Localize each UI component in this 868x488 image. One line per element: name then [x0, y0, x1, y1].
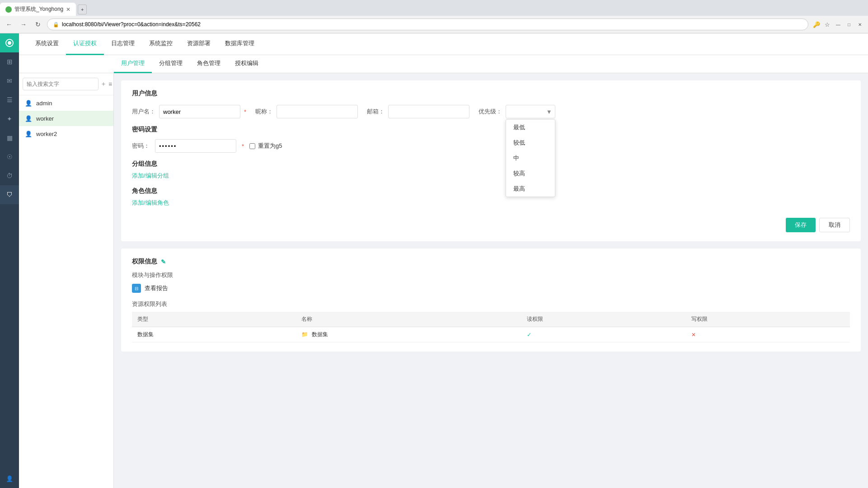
priority-option-highest[interactable]: 最高	[506, 181, 555, 197]
email-input[interactable]	[388, 105, 469, 118]
refresh-button[interactable]: ↻	[33, 19, 43, 30]
sidebar-item-alerts[interactable]: ☉	[0, 147, 19, 166]
save-button[interactable]: 保存	[786, 218, 816, 232]
forward-button[interactable]: →	[18, 19, 29, 30]
password-label: 密码：	[132, 142, 150, 150]
user-name-worker2: worker2	[36, 131, 57, 137]
view-report-label: 查看报告	[145, 284, 168, 292]
main-content: 系统设置 认证授权 日志管理 系统监控 资源部署 数据库管理 用户管理 分组管理…	[19, 33, 868, 488]
user-name-worker: worker	[36, 115, 54, 122]
top-nav-auth[interactable]: 认证授权	[66, 33, 104, 55]
close-tab-button[interactable]: ✕	[66, 6, 70, 13]
sidebar-item-reports[interactable]: ☰	[0, 90, 19, 109]
perm-section-title: 权限信息 ✎	[132, 258, 850, 266]
user-info-title: 用户信息	[132, 89, 850, 98]
logo-icon	[4, 38, 15, 48]
new-tab-button[interactable]: +	[78, 5, 87, 14]
address-bar[interactable]: 🔒	[47, 19, 808, 30]
nickname-input[interactable]	[277, 105, 358, 118]
add-group-link[interactable]: 添加/编辑分组	[132, 172, 169, 179]
window-close-button[interactable]: ✕	[855, 20, 864, 29]
folder-icon: 📁	[301, 331, 308, 338]
reset-checkbox-input[interactable]	[249, 143, 255, 149]
priority-select-wrapper: ▼ 最低 较低 中 较高 最高	[506, 105, 555, 118]
sidebar-item-chart[interactable]: ▦	[0, 128, 19, 147]
url-input[interactable]	[62, 21, 802, 28]
browser-tab[interactable]: 管理系统_Yonghong ✕	[0, 3, 76, 16]
col-name: 名称	[296, 312, 521, 327]
back-button[interactable]: ←	[4, 19, 14, 30]
group-section-title: 分组信息	[132, 160, 850, 168]
sidebar-item-tools[interactable]: ✦	[0, 109, 19, 128]
add-role-link[interactable]: 添加/编辑角色	[132, 199, 169, 206]
reset-label: 重置为g5	[258, 142, 282, 150]
window-max-button[interactable]: □	[845, 20, 854, 29]
password-input[interactable]	[155, 139, 236, 153]
perm-edit-icon[interactable]: ✎	[161, 258, 166, 265]
email-label: 邮箱：	[367, 108, 385, 116]
form-actions: 保存 取消	[132, 214, 850, 232]
user-panel: ＋ ≡ 👤 admin 👤 worker 👤 worker2	[19, 73, 114, 488]
nickname-label: 昵称：	[255, 108, 273, 116]
sub-nav-role-mgmt[interactable]: 角色管理	[190, 55, 228, 73]
app-container: ⊞ ✉ ☰ ✦ ▦ ☉ ⏱ ⛉ 👤 系统设置 认证授权 日志管理 系统监控 资源…	[0, 33, 868, 488]
username-label: 用户名：	[132, 108, 155, 116]
permission-info-card: 权限信息 ✎ 模块与操作权限 ⊟ 查看报告 资源权限列表 类型 名称	[121, 249, 861, 352]
cell-name: 📁 数据集	[296, 327, 521, 343]
add-user-button[interactable]: ＋	[100, 79, 107, 89]
priority-option-high[interactable]: 较高	[506, 166, 555, 181]
password-section-title: 密码设置	[132, 126, 850, 134]
user-list-item-worker[interactable]: 👤 worker	[19, 111, 113, 126]
resource-table-head: 类型 名称 读权限 写权限	[132, 312, 850, 327]
reset-checkbox[interactable]: 重置为g5	[249, 142, 282, 150]
sub-nav-group-mgmt[interactable]: 分组管理	[152, 55, 190, 73]
top-nav-db[interactable]: 数据库管理	[218, 33, 262, 55]
user-avatar-icon: 👤	[24, 99, 33, 107]
sub-nav-perm-edit[interactable]: 授权编辑	[228, 55, 266, 73]
browser-tab-bar: 管理系统_Yonghong ✕ +	[0, 0, 868, 16]
window-min-button[interactable]: —	[834, 20, 843, 29]
top-nav-resource[interactable]: 资源部署	[180, 33, 218, 55]
top-nav-logs[interactable]: 日志管理	[104, 33, 142, 55]
sidebar-item-security[interactable]: ⛉	[0, 185, 19, 204]
view-report-icon: ⊟	[132, 284, 141, 293]
search-input[interactable]	[23, 78, 99, 90]
priority-field: 优先级： ▼ 最低 较低 中 较高 最高	[479, 105, 555, 118]
cancel-button[interactable]: 取消	[819, 218, 850, 232]
key-icon: 🔑	[812, 20, 821, 29]
priority-option-mid[interactable]: 中	[506, 150, 555, 166]
sidebar-item-home[interactable]: ⊞	[0, 52, 19, 71]
resource-table-body: 数据集 📁 数据集 ✓ ✕	[132, 327, 850, 343]
priority-input[interactable]	[506, 105, 555, 118]
sidebar-item-messages[interactable]: ✉	[0, 71, 19, 90]
detail-area: 用户信息 用户名： * 昵称： 邮箱：	[114, 73, 868, 488]
more-options-button[interactable]: ≡	[108, 79, 112, 89]
required-star-password: *	[242, 143, 244, 150]
user-avatar-icon-worker2: 👤	[24, 130, 33, 138]
username-input[interactable]	[159, 105, 240, 118]
user-list-item-admin[interactable]: 👤 admin	[19, 95, 113, 111]
resource-table-header-row: 类型 名称 读权限 写权限	[132, 312, 850, 327]
star-icon[interactable]: ☆	[823, 20, 832, 29]
resource-table: 类型 名称 读权限 写权限 数据集 📁 数据集	[132, 312, 850, 343]
sub-nav: 用户管理 分组管理 角色管理 授权编辑	[19, 55, 868, 73]
priority-option-lowest[interactable]: 最低	[506, 120, 555, 135]
sidebar-item-timer[interactable]: ⏱	[0, 166, 19, 185]
nickname-field: 昵称：	[255, 105, 358, 118]
app-logo	[0, 33, 19, 52]
user-list-item-worker2[interactable]: 👤 worker2	[19, 126, 113, 141]
browser-toolbar: ← → ↻ 🔒 🔑 ☆ — □ ✕	[0, 16, 868, 33]
sidebar-user-avatar[interactable]: 👤	[0, 469, 19, 488]
perm-title-text: 权限信息	[132, 258, 157, 266]
top-nav-settings[interactable]: 系统设置	[28, 33, 66, 55]
svg-point-1	[8, 41, 11, 45]
tab-title: 管理系统_Yonghong	[14, 5, 63, 13]
col-type: 类型	[132, 312, 296, 327]
cell-type: 数据集	[132, 327, 296, 343]
priority-option-low[interactable]: 较低	[506, 135, 555, 150]
cell-name-text: 数据集	[312, 331, 328, 338]
write-cross-icon: ✕	[691, 332, 696, 338]
top-nav-monitor[interactable]: 系统监控	[142, 33, 180, 55]
sub-nav-user-mgmt[interactable]: 用户管理	[114, 55, 152, 73]
username-field: 用户名： *	[132, 105, 246, 118]
